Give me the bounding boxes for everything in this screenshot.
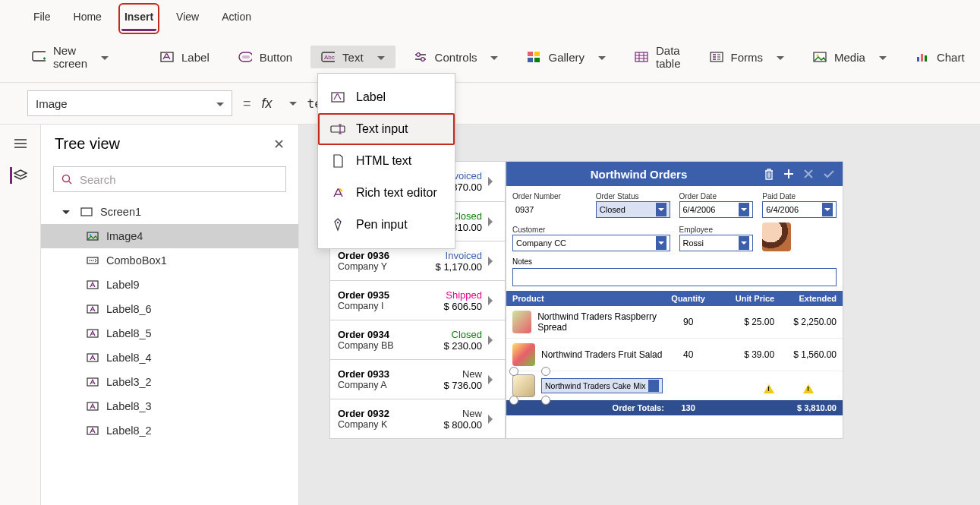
label-order-number: Order Number bbox=[512, 192, 561, 200]
delete-icon[interactable] bbox=[764, 168, 774, 180]
product-name: Northwind Traders Fruit Salad bbox=[541, 349, 662, 360]
chevron-right-icon bbox=[488, 415, 497, 424]
tab-view[interactable]: View bbox=[173, 6, 202, 31]
tree-item-label8_2[interactable]: Label8_2 bbox=[41, 418, 298, 443]
gallery-dropdown-button[interactable]: Gallery bbox=[516, 46, 616, 68]
chevron-down-icon bbox=[739, 236, 749, 250]
chevron-down-icon bbox=[283, 96, 297, 110]
menu-item-html-text[interactable]: HTML text bbox=[318, 145, 455, 177]
order-list-item[interactable]: Order 0932Company KNew$ 800.00 bbox=[330, 399, 505, 438]
customer-select[interactable]: Company CC bbox=[512, 235, 670, 251]
forms-dropdown-button[interactable]: Forms bbox=[699, 46, 796, 68]
layers-icon[interactable] bbox=[10, 167, 28, 184]
tree-item-combobox1[interactable]: ComboBox1 bbox=[41, 248, 298, 273]
svg-text:Abc: Abc bbox=[324, 54, 335, 61]
gallery-icon bbox=[527, 50, 540, 64]
tree-item-label3_2[interactable]: Label3_2 bbox=[41, 370, 298, 394]
product-thumbnail bbox=[512, 343, 535, 366]
product-unit-price: $ 39.00 bbox=[712, 349, 774, 360]
tree-item-label8_4[interactable]: Label8_4 bbox=[41, 346, 298, 370]
fx-label: fx bbox=[262, 96, 273, 112]
product-thumbnail[interactable] bbox=[512, 374, 535, 397]
svg-point-7 bbox=[421, 58, 424, 62]
hamburger-icon[interactable] bbox=[11, 135, 30, 152]
tree-item-label8_3[interactable]: Label8_3 bbox=[41, 394, 298, 418]
text-icon: Abc bbox=[321, 50, 335, 64]
svg-rect-12 bbox=[635, 52, 648, 62]
employee-select[interactable]: Rossi bbox=[679, 235, 754, 251]
selection-handle[interactable] bbox=[509, 396, 518, 405]
order-list-item[interactable]: Order 0933Company ANew$ 736.00 bbox=[330, 359, 505, 399]
order-amount: $ 230.00 bbox=[443, 340, 482, 352]
cancel-icon[interactable] bbox=[803, 169, 814, 179]
chevron-down-icon bbox=[484, 51, 498, 64]
tree-root[interactable]: Screen1 bbox=[41, 200, 298, 224]
control-icon bbox=[87, 305, 99, 314]
menu-item-label[interactable]: Label bbox=[318, 81, 455, 113]
button-button[interactable]: Button bbox=[228, 46, 303, 68]
order-list-item[interactable]: Order 0935Company IShipped$ 606.50 bbox=[330, 280, 505, 320]
data-table-label: Data table bbox=[656, 44, 681, 70]
selection-handle[interactable] bbox=[509, 367, 518, 376]
svg-rect-13 bbox=[711, 52, 723, 62]
chart-dropdown-button[interactable]: Chart bbox=[905, 46, 975, 68]
menu-item-text-input[interactable]: Text input bbox=[318, 113, 455, 145]
chevron-down-icon bbox=[648, 380, 659, 392]
order-company: Company K bbox=[338, 419, 437, 430]
svg-point-26 bbox=[93, 260, 94, 261]
close-tree-button[interactable]: ✕ bbox=[273, 136, 285, 153]
controls-dropdown-button[interactable]: Controls bbox=[403, 46, 509, 68]
save-icon[interactable] bbox=[823, 169, 835, 178]
label-button[interactable]: Label bbox=[150, 46, 220, 68]
svg-rect-17 bbox=[921, 54, 923, 62]
tree-item-label9[interactable]: Label9 bbox=[41, 273, 298, 297]
selection-handle[interactable] bbox=[541, 367, 550, 376]
employee-avatar bbox=[762, 223, 791, 251]
new-screen-button[interactable]: New screen bbox=[21, 39, 119, 74]
data-table-button[interactable]: Data table bbox=[624, 39, 692, 74]
product-unit-price: $ 25.00 bbox=[712, 317, 774, 327]
notes-input[interactable] bbox=[512, 268, 837, 286]
order-list-item[interactable]: Order 0934Company BBClosed$ 230.00 bbox=[330, 320, 505, 359]
value-order-number: 0937 bbox=[512, 201, 587, 218]
tree-item-label: ComboBox1 bbox=[106, 254, 167, 267]
selection-handle[interactable] bbox=[541, 396, 550, 405]
product-row[interactable]: Northwind Traders Fruit Salad40$ 39.00$ … bbox=[506, 339, 843, 371]
order-name: Order 0932 bbox=[338, 408, 437, 419]
order-date-input[interactable]: 6/4/2006 bbox=[679, 201, 754, 218]
tree-search-input[interactable]: Search bbox=[53, 166, 286, 192]
paid-date-input[interactable]: 6/4/2006 bbox=[762, 201, 837, 218]
status-select[interactable]: Closed bbox=[596, 201, 670, 218]
menu-item-rich-text[interactable]: Rich text editor bbox=[318, 177, 455, 209]
chevron-right-icon bbox=[488, 257, 497, 266]
product-row[interactable]: Northwind Traders Raspberry Spread90$ 25… bbox=[506, 306, 843, 339]
order-status: Invoiced bbox=[436, 250, 482, 261]
new-product-select[interactable]: Northwind Traders Cake Mix bbox=[541, 378, 663, 393]
svg-point-6 bbox=[416, 53, 420, 57]
control-icon bbox=[87, 377, 99, 387]
html-text-icon bbox=[330, 154, 345, 168]
tree-item-label8_5[interactable]: Label8_5 bbox=[41, 321, 298, 346]
label-icon bbox=[160, 50, 174, 64]
tree-item-label: Label8_5 bbox=[106, 327, 152, 339]
media-dropdown-button[interactable]: Media bbox=[802, 46, 897, 68]
tab-home[interactable]: Home bbox=[71, 6, 105, 31]
tree-item-label8_6[interactable]: Label8_6 bbox=[41, 297, 298, 321]
text-dropdown-button[interactable]: Abc Text bbox=[310, 46, 395, 68]
tab-action[interactable]: Action bbox=[219, 6, 254, 31]
tab-file[interactable]: File bbox=[30, 6, 54, 31]
control-icon bbox=[87, 280, 99, 289]
chevron-right-icon bbox=[488, 296, 497, 305]
menu-item-pen-input[interactable]: Pen input bbox=[318, 209, 455, 241]
text-label: Text bbox=[342, 51, 364, 64]
pen-input-icon bbox=[330, 218, 345, 232]
totals-qty: 130 bbox=[664, 403, 713, 412]
svg-rect-11 bbox=[534, 58, 540, 62]
label-paid-date: Paid Date bbox=[762, 192, 796, 200]
add-icon[interactable] bbox=[783, 169, 794, 179]
control-icon bbox=[87, 426, 99, 435]
tree-item-image4[interactable]: Image4 bbox=[41, 224, 298, 248]
tab-insert[interactable]: Insert bbox=[121, 6, 156, 31]
label-icon bbox=[330, 90, 345, 104]
property-select[interactable]: Image bbox=[27, 90, 232, 116]
